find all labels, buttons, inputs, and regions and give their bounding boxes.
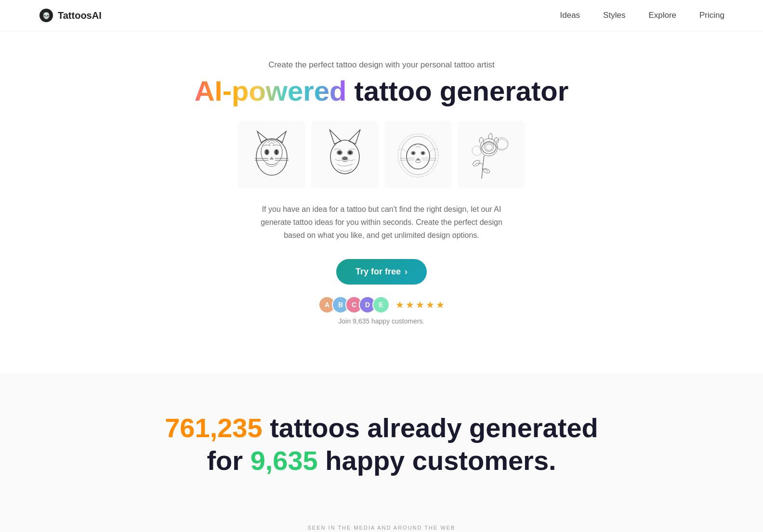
svg-text:💀: 💀	[42, 12, 51, 20]
customers-label: happy customers.	[318, 445, 556, 476]
svg-point-37	[472, 146, 482, 156]
svg-point-21	[349, 151, 352, 154]
hero-title: AI-powered tattoo generator	[10, 76, 753, 106]
media-label: SEEN IN THE MEDIA AND AROUND THE WEB	[10, 525, 753, 531]
for-label: for	[207, 445, 250, 476]
svg-point-23	[398, 134, 438, 177]
svg-line-34	[422, 160, 436, 160]
svg-marker-10	[270, 157, 274, 159]
svg-line-32	[400, 160, 414, 160]
svg-marker-5	[276, 131, 286, 143]
stats-line2: for 9,635 happy customers.	[10, 444, 753, 477]
avatar: E	[372, 296, 390, 313]
hero-title-rest: tattoo generator	[347, 75, 569, 106]
svg-marker-4	[257, 131, 267, 143]
brand-name: TattoosAI	[58, 10, 102, 21]
svg-line-31	[400, 158, 414, 158]
cta-label: Try for free	[355, 267, 401, 277]
svg-marker-16	[329, 130, 341, 144]
tattoos-count: 761,235	[165, 413, 262, 443]
nav-styles[interactable]: Styles	[603, 11, 625, 20]
tattoo-lion-image	[384, 121, 452, 188]
hero-section: Create the perfect tattoo design with yo…	[0, 31, 763, 373]
media-section: SEEN IN THE MEDIA AND AROUND THE WEB t:n…	[0, 506, 763, 532]
tattoo-cat-image	[238, 121, 305, 188]
hero-title-gradient: AI-powered	[195, 75, 347, 106]
tattoo-gallery	[10, 121, 753, 188]
svg-point-9	[276, 150, 277, 155]
hero-description: If you have an idea for a tattoo but can…	[251, 203, 512, 242]
svg-point-22	[342, 156, 348, 160]
hero-subtitle: Create the perfect tattoo design with yo…	[10, 60, 753, 70]
svg-point-29	[422, 152, 424, 155]
tattoo-wolf-image	[311, 121, 379, 188]
nav-ideas[interactable]: Ideas	[560, 11, 580, 20]
svg-line-33	[422, 158, 436, 158]
stats-line1: 761,235 tattoos already generated	[10, 412, 753, 444]
happy-customers-text: Join 9,635 happy customers.	[10, 317, 753, 325]
nav-pricing[interactable]: Pricing	[699, 11, 724, 20]
svg-point-36	[496, 138, 508, 150]
tattoos-label: tattoos already generated	[263, 413, 598, 443]
svg-marker-30	[416, 158, 421, 160]
nav-explore[interactable]: Explore	[648, 11, 676, 20]
navbar: 💀 TattoosAI Ideas Styles Explore Pricing	[0, 0, 763, 31]
avatar-group: A B C D E	[318, 296, 390, 313]
stats-section: 761,235 tattoos already generated for 9,…	[0, 373, 763, 505]
try-for-free-button[interactable]: Try for free ›	[336, 259, 427, 285]
svg-point-25	[407, 144, 430, 169]
svg-point-28	[412, 152, 415, 155]
tattoo-rose-image	[458, 121, 525, 188]
nav-links: Ideas Styles Explore Pricing	[560, 11, 725, 20]
chevron-right-icon: ›	[405, 267, 408, 277]
logo-icon: 💀	[39, 8, 54, 23]
svg-point-38	[472, 159, 481, 167]
logo[interactable]: 💀 TattoosAI	[39, 8, 102, 23]
svg-point-8	[266, 150, 268, 155]
customers-count: 9,635	[250, 445, 318, 476]
social-proof: A B C D E ★ ★ ★ ★ ★	[10, 296, 753, 313]
star-rating: ★ ★ ★ ★ ★	[395, 299, 445, 311]
svg-point-20	[338, 151, 341, 154]
svg-marker-17	[349, 130, 360, 144]
svg-point-3	[261, 140, 282, 165]
